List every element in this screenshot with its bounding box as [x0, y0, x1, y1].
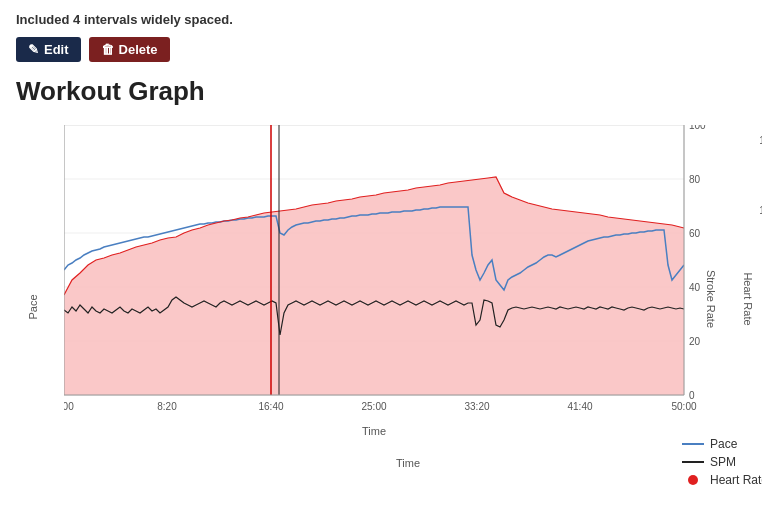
delete-button[interactable]: 🗑 Delete — [89, 37, 170, 62]
svg-text:8:20: 8:20 — [157, 401, 177, 412]
legend-pace-label: Pace — [710, 437, 737, 451]
svg-text:0: 0 — [689, 390, 695, 401]
svg-text:25:00: 25:00 — [361, 401, 386, 412]
svg-text:50:00: 50:00 — [671, 401, 696, 412]
edit-label: Edit — [44, 42, 69, 57]
edit-icon: ✎ — [28, 42, 39, 57]
legend-spm: SPM — [682, 455, 762, 469]
svg-text:Time: Time — [362, 425, 386, 437]
svg-text:20: 20 — [689, 336, 701, 347]
legend-spm-label: SPM — [710, 455, 736, 469]
legend-heart-rate: Heart Rate — [682, 473, 762, 487]
svg-text:60: 60 — [689, 228, 701, 239]
delete-label: Delete — [119, 42, 158, 57]
page-title: Workout Graph — [16, 76, 746, 107]
svg-text:0:00: 0:00 — [64, 401, 74, 412]
svg-text:100: 100 — [689, 125, 706, 131]
y-axis-left-label: Pace — [27, 294, 39, 319]
legend: Pace SPM Heart Rate — [682, 437, 762, 487]
svg-text:80: 80 — [689, 174, 701, 185]
svg-text:16:40: 16:40 — [258, 401, 283, 412]
svg-text:41:40: 41:40 — [567, 401, 592, 412]
trash-icon: 🗑 — [101, 42, 114, 57]
edit-button[interactable]: ✎ Edit — [16, 37, 81, 62]
legend-pace: Pace — [682, 437, 762, 451]
svg-text:40: 40 — [689, 282, 701, 293]
info-text: Included 4 intervals widely spaced. — [16, 12, 746, 27]
svg-text:33:20: 33:20 — [464, 401, 489, 412]
legend-heart-rate-label: Heart Rate — [710, 473, 762, 487]
svg-point-36 — [688, 475, 698, 485]
toolbar: ✎ Edit 🗑 Delete — [16, 37, 746, 62]
chart-svg: 0:00 8:20 16:40 25:00 33:20 41:40 50:00 … — [64, 125, 744, 455]
chart-area: Pace Stroke Rate Heart Rate — [16, 117, 762, 497]
x-axis-label: Time — [396, 457, 420, 469]
